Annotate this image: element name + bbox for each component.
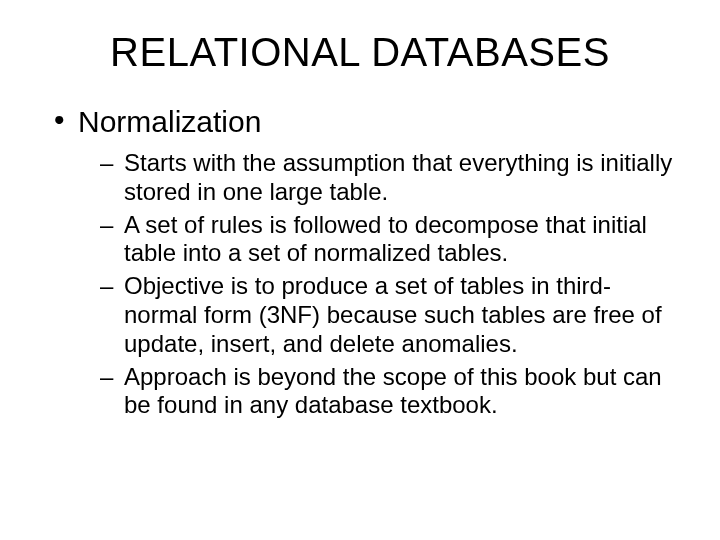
list-item: Normalization Starts with the assumption… <box>50 105 680 420</box>
slide-title: RELATIONAL DATABASES <box>40 30 680 75</box>
bullet-list-level2: Starts with the assumption that everythi… <box>100 149 680 420</box>
list-item-text: Starts with the assumption that everythi… <box>124 149 672 205</box>
list-item: Approach is beyond the scope of this boo… <box>100 363 680 421</box>
slide: RELATIONAL DATABASES Normalization Start… <box>0 0 720 540</box>
list-item: Objective is to produce a set of tables … <box>100 272 680 358</box>
bullet-list-level1: Normalization Starts with the assumption… <box>50 105 680 420</box>
list-item-text: A set of rules is followed to decompose … <box>124 211 647 267</box>
list-item: Starts with the assumption that everythi… <box>100 149 680 207</box>
list-item: A set of rules is followed to decompose … <box>100 211 680 269</box>
list-item-text: Approach is beyond the scope of this boo… <box>124 363 662 419</box>
list-item-label: Normalization <box>78 105 261 138</box>
list-item-text: Objective is to produce a set of tables … <box>124 272 662 357</box>
